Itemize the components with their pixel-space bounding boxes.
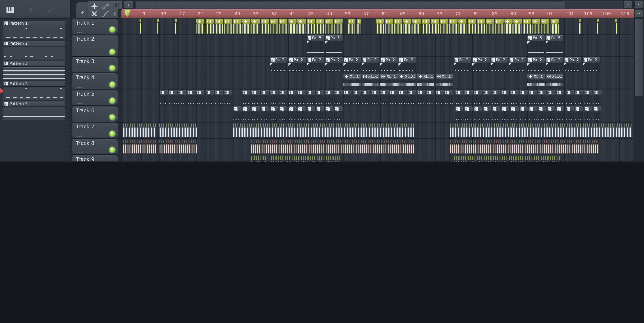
clip-pa-2[interactable]: Pa..2 — [490, 57, 508, 72]
audio-clip[interactable] — [541, 19, 550, 34]
audio-clip[interactable] — [394, 19, 402, 34]
clip-pa-2[interactable]: Pa..2 — [582, 57, 600, 72]
pattern-clip[interactable] — [408, 90, 416, 105]
pattern-clip[interactable] — [575, 106, 583, 122]
audio-clip[interactable] — [357, 19, 362, 34]
clip-pa-2[interactable]: Pa..2 — [307, 57, 324, 72]
audio-clip[interactable] — [504, 19, 513, 34]
pattern-clip[interactable] — [444, 90, 453, 105]
pattern-clip[interactable] — [196, 90, 204, 105]
audio-clip-run[interactable] — [159, 139, 198, 154]
clip-xl-c[interactable]: XL..C — [344, 74, 361, 89]
pattern-clip[interactable] — [520, 90, 528, 105]
pattern-clip[interactable] — [380, 90, 389, 105]
scroll-up-button[interactable]: ^ — [634, 10, 643, 18]
horizontal-scrollbar[interactable] — [135, 1, 624, 10]
pattern-clip[interactable] — [455, 106, 464, 122]
pattern-header[interactable]: Pattern 3 — [3, 61, 65, 66]
clip-xl-c[interactable]: XL..C — [417, 74, 434, 89]
audio-clip[interactable] — [215, 19, 223, 34]
clip-pa-2[interactable]: Pa..2 — [546, 57, 563, 72]
pattern-clip[interactable] — [492, 106, 500, 122]
pattern-clip[interactable] — [206, 90, 214, 105]
playlist-add-button[interactable]: + — [79, 8, 87, 16]
pattern-list-item[interactable]: Pattern 1 — [3, 20, 65, 39]
clip-pa-2[interactable]: Pa..2 — [509, 57, 526, 72]
pattern-clip[interactable] — [316, 106, 324, 122]
audio-clip[interactable] — [233, 19, 242, 34]
audio-clip[interactable] — [157, 19, 158, 34]
audio-clip[interactable] — [175, 19, 177, 34]
pattern-clip[interactable] — [547, 106, 556, 122]
track-header[interactable]: Track 5... — [72, 90, 118, 105]
track-menu-dots[interactable]: ... — [77, 29, 83, 34]
track-header[interactable]: Track 1... — [72, 18, 118, 34]
pattern-clip[interactable] — [334, 106, 342, 122]
track-header[interactable]: Track 4... — [72, 74, 118, 89]
playlist-menu-button[interactable]: ▪ — [634, 0, 643, 8]
pattern-clip[interactable] — [390, 90, 398, 105]
clip-pa-5[interactable]: Pa..5 — [307, 35, 324, 56]
automation-icon[interactable] — [102, 3, 109, 9]
audio-clip[interactable] — [468, 19, 476, 34]
audio-clip[interactable] — [206, 19, 214, 34]
pattern-clip[interactable] — [510, 90, 518, 105]
audio-clip[interactable] — [532, 19, 540, 34]
audio-clip[interactable] — [431, 19, 439, 34]
pattern-clip[interactable] — [371, 90, 379, 105]
pattern-clip[interactable] — [344, 90, 352, 105]
automation-icon[interactable] — [48, 6, 56, 12]
audio-clip-run[interactable] — [252, 139, 414, 154]
wave-icon[interactable] — [91, 3, 98, 9]
audio-clip[interactable] — [477, 19, 485, 34]
track-enable-led[interactable] — [110, 27, 115, 32]
audio-clip[interactable] — [403, 19, 412, 34]
pattern-clip[interactable] — [224, 90, 232, 105]
pattern-preview[interactable] — [3, 67, 65, 80]
audio-clip[interactable] — [139, 19, 141, 34]
pattern-clip[interactable] — [474, 90, 482, 105]
pattern-clip[interactable] — [325, 106, 334, 122]
pattern-clip[interactable] — [325, 90, 334, 105]
clip-xl-c[interactable]: XL..C — [527, 74, 545, 89]
pattern-clip[interactable] — [455, 90, 464, 105]
piano-icon[interactable] — [6, 6, 14, 12]
pattern-clip[interactable] — [584, 106, 592, 122]
pattern-clip[interactable] — [566, 106, 574, 122]
audio-clip-run[interactable] — [159, 123, 198, 138]
pattern-clip[interactable] — [464, 106, 473, 122]
pattern-clip[interactable] — [529, 106, 537, 122]
audio-clip-run[interactable] — [123, 139, 156, 154]
pattern-clip[interactable] — [187, 90, 196, 105]
pattern-clip[interactable] — [242, 90, 251, 105]
pattern-clip[interactable] — [483, 106, 491, 122]
audio-clip[interactable] — [458, 19, 467, 34]
pattern-clip[interactable] — [538, 106, 546, 122]
pattern-header[interactable]: Pattern 2 — [3, 41, 65, 46]
pattern-clip[interactable] — [417, 90, 425, 105]
pattern-clip[interactable] — [483, 90, 491, 105]
pattern-clip[interactable] — [334, 90, 342, 105]
audio-clip-run[interactable] — [123, 123, 156, 138]
pattern-clip[interactable] — [593, 106, 601, 122]
pattern-clip[interactable] — [233, 106, 242, 122]
pattern-clip[interactable] — [298, 106, 306, 122]
pattern-list-item[interactable]: Pattern 3 — [3, 61, 65, 80]
pattern-clip[interactable] — [575, 90, 583, 105]
pattern-list-scrollbar[interactable] — [65, 26, 70, 162]
pattern-preview[interactable] — [3, 107, 65, 120]
pattern-clip[interactable] — [252, 90, 260, 105]
pattern-clip[interactable] — [566, 90, 574, 105]
pattern-clip[interactable] — [307, 90, 315, 105]
pattern-header[interactable]: Pattern 4 — [3, 81, 65, 86]
clip-pa-2[interactable]: Pa..2 — [527, 57, 545, 72]
clip-pa-5[interactable]: Pa..5 — [325, 35, 342, 56]
pattern-clip[interactable] — [316, 90, 324, 105]
clip-pa-2[interactable]: Pa..2 — [472, 57, 490, 72]
clip-pa-2[interactable]: Pa..2 — [288, 57, 306, 72]
audio-clip[interactable] — [288, 19, 296, 34]
audio-clip[interactable] — [422, 19, 430, 34]
audio-clip[interactable] — [376, 19, 384, 34]
audio-clip-run[interactable] — [252, 156, 267, 162]
scroll-right-button[interactable]: › — [624, 0, 633, 8]
